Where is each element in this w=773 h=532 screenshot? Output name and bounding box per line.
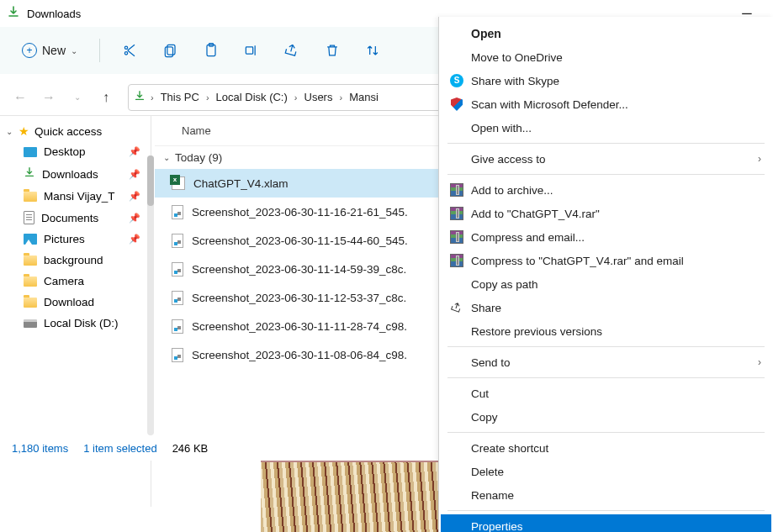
- context-menu: Open Move to OneDrive S Share with Skype…: [438, 17, 773, 532]
- file-name: Screenshot_2023-06-30-11-16-21-61_545.: [192, 206, 408, 219]
- ctx-openwith[interactable]: Open with...: [441, 116, 771, 140]
- recent-button[interactable]: ⌄: [64, 84, 91, 111]
- pin-icon: 📌: [129, 213, 140, 224]
- image-file-icon: [172, 291, 183, 305]
- share-button[interactable]: [273, 35, 310, 66]
- sidebar-item[interactable]: Download: [0, 292, 151, 313]
- ctx-delete[interactable]: Delete: [441, 460, 771, 483]
- file-name: Screenshot_2023-06-30-11-08-06-84_c98.: [192, 349, 407, 361]
- plus-icon: +: [22, 43, 37, 58]
- desktop-icon: [24, 147, 37, 157]
- chevron-right-icon: ›: [151, 92, 154, 103]
- sidebar-item-label: Downloads: [42, 168, 98, 181]
- ctx-properties[interactable]: Properties: [441, 514, 771, 532]
- sidebar-quick-access[interactable]: ⌄ ★ Quick access: [0, 121, 151, 141]
- ctx-open[interactable]: Open: [441, 22, 771, 45]
- image-file-icon: [172, 234, 183, 248]
- chevron-right-icon: ›: [294, 92, 298, 103]
- sidebar-item[interactable]: Pictures📌: [0, 229, 151, 250]
- skype-icon: S: [449, 73, 464, 88]
- rename-button[interactable]: [233, 35, 270, 66]
- forward-button[interactable]: →: [35, 84, 62, 111]
- document-icon: [24, 211, 34, 224]
- sidebar-item[interactable]: Camera: [0, 271, 151, 292]
- copy-button[interactable]: [152, 35, 189, 66]
- winrar-icon: [449, 253, 464, 268]
- file-name: Screenshot_2023-06-30-11-14-59-39_c8c.: [192, 263, 406, 276]
- file-name: ChatGPT_V4.xlam: [193, 177, 289, 190]
- downloads-icon: [134, 90, 146, 105]
- folder-icon: [24, 277, 37, 287]
- ctx-addarchive[interactable]: Add to archive...: [441, 178, 771, 202]
- sidebar-item[interactable]: background: [0, 250, 151, 271]
- back-button[interactable]: ←: [7, 84, 34, 111]
- ctx-compressemail[interactable]: Compress and email...: [441, 225, 771, 249]
- sidebar-scrollbar[interactable]: [147, 155, 154, 435]
- status-selected-count: 1 item selected: [83, 442, 156, 455]
- ctx-shortcut[interactable]: Create shortcut: [441, 436, 771, 460]
- ctx-cut[interactable]: Cut: [441, 382, 771, 405]
- pin-icon: 📌: [129, 146, 140, 157]
- sidebar-item-label: Documents: [41, 212, 98, 224]
- pin-icon: 📌: [129, 191, 140, 202]
- path-mansi[interactable]: Mansi: [346, 89, 382, 105]
- downloads-icon: [7, 5, 20, 22]
- chevron-down-icon: ⌄: [71, 46, 77, 55]
- ctx-copypath[interactable]: Copy as path: [441, 272, 771, 296]
- path-users[interactable]: Users: [301, 89, 336, 105]
- sort-button[interactable]: [354, 35, 391, 66]
- status-item-count: 1,180 items: [12, 442, 68, 455]
- sidebar-item[interactable]: Local Disk (D:): [0, 313, 151, 334]
- excel-addin-icon: [172, 176, 185, 190]
- paste-button[interactable]: [193, 35, 230, 66]
- winrar-icon: [449, 206, 464, 221]
- sidebar-item-label: Pictures: [44, 233, 85, 245]
- sidebar-item-label: Camera: [44, 275, 84, 287]
- ctx-share[interactable]: Share: [441, 296, 771, 319]
- file-name: Screenshot_2023-06-30-11-11-28-74_c98.: [192, 320, 407, 333]
- status-selected-size: 246 KB: [172, 442, 209, 455]
- image-file-icon: [172, 319, 183, 334]
- scrollbar-thumb[interactable]: [147, 155, 154, 206]
- ctx-sendto[interactable]: Send to ›: [441, 350, 771, 374]
- new-button[interactable]: + New ⌄: [12, 35, 87, 66]
- new-button-label: New: [42, 44, 66, 57]
- star-icon: ★: [19, 124, 29, 138]
- up-button[interactable]: ↑: [93, 84, 119, 111]
- sidebar-item-label: Mansi Vijay_T: [44, 190, 115, 203]
- sidebar-item-label: Download: [44, 296, 94, 308]
- path-localdisk[interactable]: Local Disk (C:): [213, 89, 291, 105]
- sidebar-item[interactable]: Downloads📌: [0, 162, 151, 186]
- ctx-copy[interactable]: Copy: [441, 405, 771, 429]
- delete-button[interactable]: [314, 35, 351, 66]
- svg-rect-0: [167, 45, 175, 55]
- share-icon: [449, 300, 464, 315]
- ctx-rename[interactable]: Rename: [441, 483, 771, 507]
- sidebar-item-label: background: [44, 254, 103, 266]
- sidebar-item-label: Desktop: [44, 145, 86, 158]
- sidebar-item[interactable]: Mansi Vijay_T📌: [0, 186, 151, 207]
- sidebar-item-label: Local Disk (D:): [44, 317, 119, 329]
- ctx-onedrive[interactable]: Move to OneDrive: [441, 45, 771, 69]
- image-file-icon: [172, 348, 183, 362]
- ctx-addrar[interactable]: Add to "ChatGPT_V4.rar": [441, 202, 771, 225]
- cut-button[interactable]: [112, 35, 149, 66]
- ctx-skype[interactable]: S Share with Skype: [441, 69, 771, 92]
- folder-icon: [24, 255, 37, 266]
- ctx-giveaccess[interactable]: Give access to ›: [441, 147, 771, 171]
- image-file-icon: [172, 205, 183, 219]
- winrar-icon: [449, 229, 464, 245]
- file-name: Screenshot_2023-06-30-11-12-53-37_c8c.: [192, 292, 406, 304]
- chevron-down-icon: ⌄: [5, 127, 13, 136]
- pin-icon: 📌: [129, 169, 140, 180]
- sidebar-item[interactable]: Documents📌: [0, 207, 151, 229]
- chevron-right-icon: ›: [758, 153, 761, 165]
- chevron-right-icon: ›: [339, 92, 342, 103]
- ctx-restore[interactable]: Restore previous versions: [441, 319, 771, 343]
- ctx-defender[interactable]: Scan with Microsoft Defender...: [441, 92, 771, 116]
- folder-icon: [24, 298, 37, 308]
- image-file-icon: [172, 262, 183, 277]
- ctx-compressraremail[interactable]: Compress to "ChatGPT_V4.rar" and email: [441, 249, 771, 272]
- sidebar-item[interactable]: Desktop📌: [0, 141, 151, 162]
- path-thispc[interactable]: This PC: [157, 89, 203, 105]
